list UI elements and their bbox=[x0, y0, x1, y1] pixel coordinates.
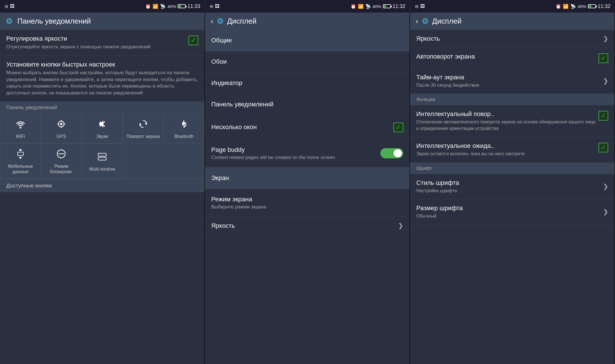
toggle-knob bbox=[393, 149, 402, 157]
available-buttons-label: Доступные кнопки bbox=[0, 179, 204, 192]
pagebuddy-toggle[interactable]: I bbox=[380, 148, 403, 158]
status-time-2: 11:32 bbox=[393, 3, 405, 9]
autorotate-item[interactable]: Автоповорот экрана ✓ bbox=[410, 48, 614, 69]
settings-gear-icon-3: ⚙ bbox=[422, 16, 429, 26]
quick-btn-sound[interactable]: Звуки bbox=[82, 113, 123, 143]
menu-item-notifpanel-label: Панель уведомлений bbox=[211, 101, 403, 108]
smart-stay-checkbox[interactable]: ✓ bbox=[598, 143, 608, 152]
wifi-icon-1: 📶 bbox=[153, 4, 158, 9]
wifi-btn-icon bbox=[15, 119, 26, 131]
panel3-header: ‹ ⚙ Дисплей bbox=[410, 13, 614, 30]
sound-btn-label: Звуки bbox=[96, 134, 108, 139]
back-arrow-icon-3[interactable]: ‹ bbox=[416, 17, 418, 26]
menu-item-indicator[interactable]: Индикатор bbox=[205, 73, 409, 94]
panel-notification: ⚙ Панель уведомлений Регулировка яркости… bbox=[0, 13, 205, 364]
smart-rotate-checkbox[interactable]: ✓ bbox=[598, 111, 608, 121]
alarm-icon-1: ⏰ bbox=[145, 4, 151, 9]
main-content: ⚙ Панель уведомлений Регулировка яркости… bbox=[0, 13, 615, 364]
battery-icon-3 bbox=[588, 4, 596, 8]
image-icon: 🖼 bbox=[10, 4, 15, 9]
smart-stay-desc: Экран остается включен, пока вы на него … bbox=[416, 151, 596, 157]
menu-item-multiwindow[interactable]: Несколько окон ✓ bbox=[205, 115, 409, 139]
smart-stay-item[interactable]: Интеллектуальное ожида.. Экран остается … bbox=[410, 137, 614, 162]
smart-stay-check-icon: ✓ bbox=[601, 144, 606, 151]
menu-item-screenmode[interactable]: Режим экрана Выберите режим экрана bbox=[205, 189, 409, 217]
back-arrow-icon-2[interactable]: ‹ bbox=[211, 17, 213, 26]
minus-icon: ⊖ bbox=[5, 4, 8, 9]
menu-item-obshie-label: Общие bbox=[211, 37, 403, 44]
quick-btn-bluetooth[interactable]: Bluetooth bbox=[163, 113, 204, 143]
font-size-text: Размер шрифта Обычный bbox=[416, 204, 463, 219]
smart-rotate-item[interactable]: Интеллектуальный повор.. Отключение авто… bbox=[410, 105, 614, 137]
brightness-item-p3[interactable]: Яркость ❯ bbox=[410, 30, 614, 48]
brightness-checkbox[interactable]: ✓ bbox=[188, 36, 198, 45]
sound-btn-icon bbox=[97, 119, 107, 131]
smart-rotate-desc: Отключение автоматического поворота экра… bbox=[416, 119, 596, 132]
brightness-arrow-icon: ❯ bbox=[398, 222, 403, 229]
settings-gear-icon-1: ⚙ bbox=[6, 16, 13, 26]
svg-rect-11 bbox=[18, 152, 23, 156]
brightness-desc: Отрегулируйте яркость экрана с помощью п… bbox=[6, 44, 151, 50]
panel1-title: Панель уведомлений bbox=[17, 17, 91, 26]
gps-btn-label: GPS bbox=[56, 134, 66, 139]
quick-settings-desc: Можно выбрать кнопки быстрой настройки, … bbox=[6, 69, 198, 96]
smart-rotate-title: Интеллектуальный повор.. bbox=[416, 110, 596, 118]
font-size-item[interactable]: Размер шрифта Обычный ❯ bbox=[410, 199, 614, 225]
autorotate-checkbox[interactable]: ✓ bbox=[598, 53, 608, 63]
menu-item-indicator-label: Индикатор bbox=[211, 79, 403, 87]
smart-stay-text: Интеллектуальное ожида.. Экран остается … bbox=[416, 142, 596, 157]
autorotate-check-icon: ✓ bbox=[601, 55, 606, 62]
menu-item-brightness[interactable]: Яркость ❯ bbox=[205, 217, 409, 235]
brightness-item[interactable]: Регулировка яркости Отрегулируйте яркост… bbox=[0, 30, 204, 56]
minus-icon-3: ⊖ bbox=[415, 4, 419, 9]
font-style-title: Стиль шрифта bbox=[416, 179, 459, 187]
multiwindow-checkbox[interactable]: ✓ bbox=[393, 123, 403, 132]
menu-item-multiwindow-label: Несколько окон bbox=[211, 123, 257, 131]
brightness-title: Регулировка яркости bbox=[6, 35, 151, 42]
menu-item-notifpanel[interactable]: Панель уведомлений bbox=[205, 94, 409, 115]
mobile-btn-label: Мобильные данные bbox=[3, 164, 38, 174]
timeout-text: Тайм-аут экрана После 30 секунд бездейст… bbox=[416, 74, 479, 88]
quick-settings-item[interactable]: Установите кнопки быстрых настроек Можно… bbox=[0, 56, 204, 102]
rotate-btn-icon bbox=[138, 119, 148, 131]
signal-icon-3: 📡 bbox=[570, 4, 576, 9]
minus-icon-2: ⊖ bbox=[210, 4, 213, 9]
quick-btn-gps[interactable]: GPS bbox=[41, 113, 82, 143]
font-style-desc: Настройка шрифта bbox=[416, 188, 459, 194]
battery-icon-2 bbox=[383, 4, 391, 8]
gps-btn-icon bbox=[56, 119, 66, 131]
font-size-title: Размер шрифта bbox=[416, 204, 463, 212]
font-style-item[interactable]: Стиль шрифта Настройка шрифта ❯ bbox=[410, 174, 614, 199]
smart-rotate-text: Интеллектуальный повор.. Отключение авто… bbox=[416, 110, 596, 132]
smart-rotate-check-icon: ✓ bbox=[601, 112, 606, 119]
rotate-btn-label: Поворот экрана bbox=[126, 134, 160, 139]
quick-btn-wifi[interactable]: WiFi bbox=[0, 113, 41, 143]
panel-display-content: ‹ ⚙ Дисплей Яркость ❯ Автоповорот экрана… bbox=[410, 13, 615, 364]
menu-item-obshie[interactable]: Общие bbox=[205, 30, 409, 51]
battery-icon-1 bbox=[178, 4, 186, 8]
quick-btn-rotate[interactable]: Поворот экрана bbox=[123, 113, 164, 143]
pagebuddy-desc: Context related pages will be created on… bbox=[211, 155, 335, 160]
quick-btn-lockmode[interactable]: Режим блокировк. bbox=[41, 143, 82, 179]
menu-item-screen-section: Экран bbox=[205, 167, 409, 189]
panel-display-menu: ‹ ⚙ Дисплей Общие Обои Индикатор Панель … bbox=[205, 13, 410, 364]
battery-percent-2: 40% bbox=[373, 4, 381, 9]
menu-item-oboi[interactable]: Обои bbox=[205, 51, 409, 73]
timeout-desc: После 30 секунд бездействия bbox=[416, 82, 479, 88]
menu-item-pagebuddy[interactable]: Page buddy Context related pages will be… bbox=[205, 139, 409, 167]
quick-btn-multiwindow[interactable]: Multi window bbox=[82, 143, 123, 179]
svg-rect-15 bbox=[98, 157, 106, 160]
brightness-label-p3: Яркость bbox=[416, 35, 440, 42]
svg-point-1 bbox=[60, 123, 62, 125]
autorotate-text: Автоповорот экрана bbox=[416, 53, 596, 60]
svg-marker-9 bbox=[145, 122, 147, 125]
panel2-header: ‹ ⚙ Дисплей bbox=[205, 13, 409, 30]
font-style-arrow: ❯ bbox=[603, 183, 608, 190]
status-right-2: ⏰ 📶 📡 40% 11:32 bbox=[350, 3, 405, 9]
bluetooth-btn-label: Bluetooth bbox=[174, 134, 194, 139]
timeout-item[interactable]: Тайм-аут экрана После 30 секунд бездейст… bbox=[410, 69, 614, 94]
quick-btn-mobile[interactable]: Мобильные данные bbox=[0, 143, 41, 179]
status-section-2: ⊖ 🖼 ⏰ 📶 📡 40% 11:32 bbox=[205, 0, 410, 13]
screenmode-desc: Выберите режим экрана bbox=[211, 204, 403, 210]
multiwindow-check-icon: ✓ bbox=[396, 124, 401, 131]
